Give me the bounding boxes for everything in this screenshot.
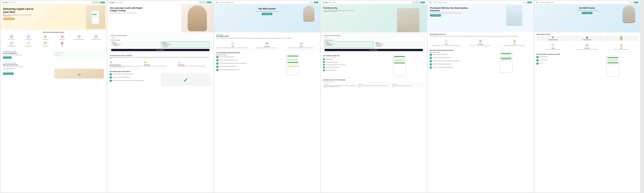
icon-grid: 🏠 At Home PCR Tests 🧪 At Home Rapid Test… <box>3 34 104 40</box>
icon-item-rapid[interactable]: 🧪 At Home Rapid Tests <box>20 34 36 40</box>
safe-icon-5: 🔒 <box>513 39 516 43</box>
icon-label: Prescription Refills <box>26 46 31 47</box>
step-6-3: ✅ Check In <box>605 36 638 41</box>
nav-signin-4[interactable]: SIGN IN <box>420 2 425 3</box>
qty-minus[interactable]: - <box>3 70 5 72</box>
feel-better-section: FEEL BETTER Feel Better, Faster Skip the… <box>214 32 320 41</box>
icon-circle: 💊 <box>60 34 64 39</box>
feature-quick: ⚡ Quick Speak with a licensed medical pr… <box>216 42 250 48</box>
flight-avail-btn[interactable]: Show availabilities <box>324 49 423 51</box>
hero-1: Delivering urgent care to your door We m… <box>1 4 107 30</box>
icon-item-pcr[interactable]: 🏠 At Home PCR Tests <box>4 34 20 40</box>
virtual-title: Virtual Walk-ins Welcome. <box>430 34 531 35</box>
order-btn[interactable]: ORDER PCR TESTS <box>3 73 14 75</box>
how-it-phone-screen <box>393 55 406 76</box>
flight-pcr-card[interactable]: PCR Test Best for quick screening 97% ac… <box>324 41 373 48</box>
nav-urgent[interactable]: Urgent Care ▾ <box>225 2 230 3</box>
nav-services-2[interactable]: Services ▾ <box>118 2 123 3</box>
steps-label-3: 3. Take your sample <box>54 55 104 56</box>
step-6-2-icon: 👤 <box>571 37 603 39</box>
hero-person-4 <box>397 8 426 32</box>
test-form-section: What address you like to be tested at? S… <box>107 32 214 54</box>
pcr-section: AT HOME COVID-19 TESTING Order your PCR … <box>1 61 107 81</box>
nav-about-2[interactable]: About <box>115 2 118 3</box>
reviews-section: See why our users love the Sick app Real… <box>321 78 427 90</box>
step-1: 1 Visit our testing app to schedule your… <box>110 73 160 75</box>
icon-item-long-covid[interactable]: 📋 Treatments for Long COVID <box>88 34 104 40</box>
nav-signin-2[interactable]: SIGN IN <box>207 2 212 3</box>
nav-about-6[interactable]: About <box>552 2 554 3</box>
flight-address-input[interactable] <box>324 37 423 39</box>
reviews-row: ★★★★★ I had a headache and didn't know w… <box>323 83 424 89</box>
step-6-3-label: Check In <box>606 39 637 40</box>
feature-safe-5: 🔒 Safe All of your personal information … <box>498 39 531 46</box>
nav-signin-6[interactable]: Sign In <box>634 2 638 3</box>
nav-signin-3[interactable]: Sign In <box>314 2 318 3</box>
hero-cta-3[interactable]: Book Appointment <box>262 13 273 15</box>
nav-concierge-4[interactable]: CONCIERGE <box>412 2 419 3</box>
phone-line <box>608 60 618 61</box>
nav-signin[interactable]: SIGN IN <box>100 2 105 3</box>
how-it-steps: How it works, the Sick way Easy, fast, c… <box>323 55 373 76</box>
icon-item-rx[interactable]: 📝 Prescription Refills <box>20 41 36 47</box>
hero-cta-5[interactable]: Book Appointment <box>430 14 441 17</box>
nav-about-3[interactable]: About <box>232 2 234 3</box>
nav-coverage-6[interactable]: Coverage <box>629 2 633 3</box>
nav-concierge-2[interactable]: CONCIERGE <box>199 2 206 3</box>
avail-btn[interactable]: Show availabilities <box>111 49 210 51</box>
pcr-card[interactable]: PCR Test Best for quick screening 97% ac… <box>111 41 160 48</box>
icon-item-cough[interactable]: 😷 Cough and Cold <box>37 41 53 47</box>
select-type-label: Select your test type <box>111 40 210 41</box>
address-input[interactable] <box>111 37 210 39</box>
icon-circle: 📝 <box>26 41 31 45</box>
nav-coverage-5[interactable]: Coverage <box>522 2 526 3</box>
qty-plus[interactable]: + <box>9 70 12 72</box>
hero-cta-6[interactable]: Book Appointment <box>582 12 593 14</box>
step-text-4: Confirm your information and appointment… <box>220 66 237 67</box>
features-row: 📅 Same-Day Appointments Schedule your ap… <box>110 61 211 67</box>
reviews-sub: Real stories from real people <box>323 81 424 82</box>
phone-line <box>394 59 405 60</box>
phone-line <box>288 57 298 58</box>
icon-item-uti[interactable]: 🏥 UTIs <box>54 41 70 47</box>
qty-selector: - 1 + <box>3 70 52 72</box>
icon-item-doctor[interactable]: 🔬 Doctor Testing <box>37 34 53 40</box>
logo-6: Sick <box>536 2 538 3</box>
phone-line <box>608 57 618 58</box>
nav-urgent-6[interactable]: Urgent Care ▾ <box>545 2 550 3</box>
nav-services[interactable]: Services ▾ <box>12 2 16 3</box>
pcr-form: How many PCR kits do you need? - 1 + ORD… <box>3 68 52 79</box>
phone-line <box>92 14 97 15</box>
hero-subtext: We make it easy to get urgent care at ho… <box>3 15 32 17</box>
icon-item-dropbox[interactable]: 💊 Dropbox Locations <box>54 34 70 40</box>
hero-img-2 <box>181 4 214 32</box>
page-3: Sick Covid-19 ▾ Urgent Care ▾ About Cove… <box>214 1 320 192</box>
nav-about-5[interactable]: About <box>445 2 447 3</box>
hero-cta[interactable]: SCHEDULE A VISIT <box>3 18 14 20</box>
telemedicine-title-5: How Telemedicine Appointments Work <box>430 50 531 51</box>
review-text-2: I had a headache and didn't know what wa… <box>358 85 390 86</box>
nav-links-1: About Services ▾ <box>9 2 16 3</box>
nav-concierge[interactable]: CONCIERGE <box>92 2 99 3</box>
icon-item-hiv[interactable]: 💉 Speedy Telemedicine HIV <box>4 41 20 47</box>
same-day-title: Same-Day Appointments <box>110 65 143 65</box>
pcr-title: Order your PCR Test Kit <box>3 64 104 66</box>
rapid-card[interactable]: Rapid Test Best for quick screening 97% … <box>161 41 210 48</box>
nav-coverage[interactable]: Coverage <box>309 2 313 3</box>
nav-services-4[interactable]: Services ▾ <box>332 2 336 3</box>
nav-urgent-5[interactable]: Urgent Care ▾ <box>438 2 444 3</box>
direct-billing-text: Use the Sick.org app to view, track, and… <box>144 66 177 67</box>
nav-signin-5[interactable]: Sign In <box>527 2 532 3</box>
flight-rapid-card[interactable]: Rapid Test Best for quick screening 97% … <box>374 41 423 48</box>
step-num-3: 3 <box>216 62 218 65</box>
feel-tag: FEEL BETTER <box>216 34 318 35</box>
nav-covid-5[interactable]: Covid-19 ▾ <box>433 2 437 3</box>
how-it-phone <box>374 55 424 76</box>
nav-covid[interactable]: Covid-19 ▾ <box>220 2 224 3</box>
nav-covid-6[interactable]: Covid-19 ▾ <box>540 2 544 3</box>
step-num: 3 <box>430 60 432 62</box>
appt-cta[interactable]: LET'S START <box>3 57 12 59</box>
nav-about[interactable]: About <box>9 2 11 3</box>
icon-item-concierge[interactable]: 🩺 Concierge Services by COVID-19 <box>71 34 87 40</box>
nav-about-4[interactable]: About <box>329 2 331 3</box>
